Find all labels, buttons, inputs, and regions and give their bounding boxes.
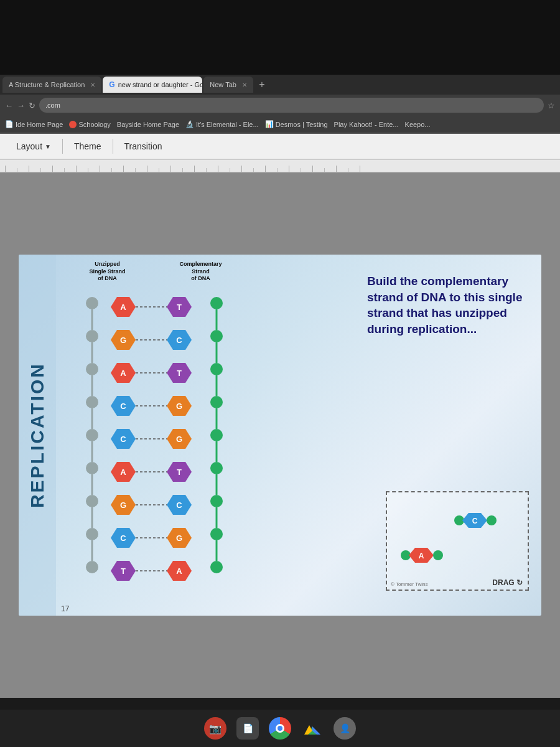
drag-icon: ↻	[516, 578, 523, 587]
bookmark-keep[interactable]: Keepo...	[405, 121, 431, 128]
svg-point-6	[86, 495, 98, 507]
tab-dna-structure[interactable]: A Structure & Replication ✕	[2, 77, 101, 93]
svg-point-16	[210, 528, 223, 540]
slide[interactable]: REPLICATION Unzipped Single Strand of DN…	[19, 255, 541, 616]
bookmark-elemental[interactable]: 🔬 It's Elemental - Ele...	[185, 120, 259, 128]
svg-text:A: A	[120, 303, 126, 312]
drag-box[interactable]: C A DRAG ↻ © Tommer Twins	[386, 491, 529, 591]
svg-point-82	[487, 515, 497, 525]
tab-close-1[interactable]: ✕	[90, 82, 95, 88]
ruler-tick	[123, 166, 124, 172]
tab-new-tab[interactable]: New Tab ✕	[203, 77, 253, 93]
layout-dropdown-icon: ▼	[45, 143, 51, 150]
bookmark-icon-elemental: 🔬	[185, 120, 194, 128]
transition-button[interactable]: Transition	[116, 138, 171, 155]
bookmark-label-ide: Ide Home Page	[16, 121, 63, 128]
svg-text:C: C	[472, 517, 478, 525]
dna-label-right: Complementary Strand of DNA	[179, 261, 222, 283]
new-tab-button[interactable]: +	[254, 77, 269, 92]
ruler-tick	[206, 168, 207, 172]
drag-c-piece: C	[453, 502, 503, 539]
ruler-tick	[277, 168, 278, 172]
theme-label: Theme	[74, 141, 101, 151]
replication-text: REPLICATION	[27, 362, 48, 508]
svg-text:T: T	[177, 303, 182, 312]
ruler-tick	[336, 166, 337, 172]
ruler-tick	[88, 168, 88, 172]
svg-text:A: A	[419, 552, 424, 560]
svg-point-7	[86, 528, 98, 540]
drag-a-piece: A	[399, 540, 455, 571]
drag-label: DRAG ↻	[492, 578, 523, 587]
svg-text:A: A	[120, 467, 126, 477]
tab-new-strand[interactable]: G new strand or daughter - Goo... ✕	[103, 77, 202, 93]
taskbar-camera-icon[interactable]: 📷	[204, 717, 226, 740]
theme-button[interactable]: Theme	[65, 138, 110, 155]
back-button[interactable]: ←	[5, 101, 13, 110]
taskbar-docs-icon[interactable]: 👤	[334, 717, 356, 740]
ruler-tick	[289, 166, 289, 172]
address-bar: ← → ↻ ☆	[0, 95, 560, 116]
taskbar-drive-icon[interactable]	[301, 717, 324, 740]
ruler-tick	[40, 168, 41, 172]
dna-diagram: A T G C A T C G C	[61, 284, 248, 590]
ruler-tick	[135, 168, 136, 172]
svg-point-5	[86, 462, 98, 474]
ruler-tick	[52, 166, 53, 172]
browser-chrome: A Structure & Replication ✕ G new strand…	[0, 75, 560, 134]
slide-number: 17	[61, 604, 69, 613]
svg-text:C: C	[120, 533, 126, 543]
transition-label: Transition	[124, 141, 162, 151]
tab-label-2: new strand or daughter - Goo...	[118, 81, 203, 88]
ruler-tick	[29, 166, 29, 172]
bookmark-star[interactable]: ☆	[548, 101, 555, 110]
svg-text:G: G	[120, 500, 126, 510]
ruler-tick	[241, 166, 242, 172]
taskbar: 📷 📄 👤	[0, 710, 560, 747]
ruler-tick	[100, 166, 100, 172]
svg-text:A: A	[120, 369, 126, 378]
dna-labels: Unzipped Single Strand of DNA Complement…	[62, 261, 249, 283]
taskbar-chrome-icon[interactable]	[269, 717, 291, 740]
address-input[interactable]	[39, 98, 544, 113]
tab-close-3[interactable]: ✕	[242, 82, 247, 88]
bookmark-label-bayside: Bayside Home Page	[117, 121, 179, 128]
taskbar-files-icon[interactable]: 📄	[236, 717, 259, 740]
svg-text:G: G	[120, 336, 126, 345]
svg-point-12	[210, 396, 223, 408]
svg-text:C: C	[176, 500, 182, 510]
svg-text:C: C	[176, 336, 182, 345]
svg-text:C: C	[120, 435, 126, 444]
google-icon: G	[109, 80, 114, 89]
bookmark-bayside[interactable]: Bayside Home Page	[117, 121, 179, 128]
bookmark-ide-home[interactable]: 📄 Ide Home Page	[5, 120, 63, 128]
bookmark-kahoot[interactable]: Play Kahoot! - Ente...	[334, 121, 399, 128]
svg-text:C: C	[120, 402, 126, 411]
presentation-toolbar: Layout ▼ Theme Transition	[0, 134, 560, 160]
bookmark-label-keep: Keepo...	[405, 121, 431, 128]
ruler-tick	[5, 166, 6, 172]
svg-point-8	[86, 561, 98, 573]
bookmark-desmos[interactable]: 📊 Desmos | Testing	[265, 120, 328, 128]
drag-box-footer: © Tommer Twins	[391, 581, 427, 587]
layout-label: Layout	[16, 141, 42, 151]
tab-bar: A Structure & Replication ✕ G new strand…	[0, 75, 560, 95]
bookmark-icon-schoology	[69, 121, 77, 128]
toolbar-divider-2	[113, 139, 113, 154]
bookmark-schoology[interactable]: Schoology	[69, 121, 110, 128]
ruler-tick	[76, 166, 77, 172]
ruler-tick	[265, 166, 266, 172]
svg-text:T: T	[177, 467, 182, 477]
svg-point-3	[86, 396, 98, 408]
ruler-tick	[312, 166, 313, 172]
ruler-tick	[230, 168, 230, 172]
ruler-tick	[360, 166, 360, 172]
ruler-tick	[218, 166, 218, 172]
ruler-tick	[111, 168, 112, 172]
ruler-tick	[194, 166, 195, 172]
ruler-tick	[64, 168, 65, 172]
layout-button[interactable]: Layout ▼	[7, 138, 60, 155]
refresh-button[interactable]: ↻	[29, 101, 35, 110]
ruler-tick	[253, 168, 254, 172]
forward-button[interactable]: →	[17, 101, 25, 110]
